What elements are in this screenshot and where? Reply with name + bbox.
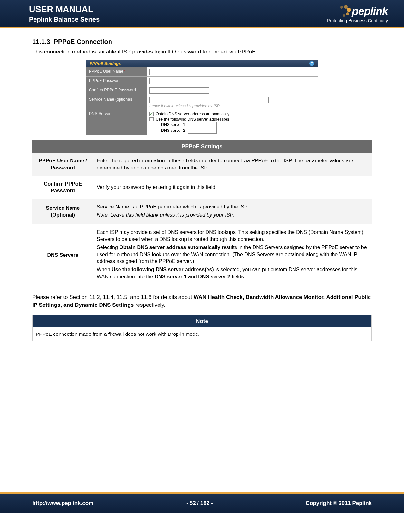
- service-name-hint: Leave it blank unless it's provided by I…: [149, 104, 315, 108]
- panel-title: PPPoE Settings: [90, 61, 121, 66]
- dns-manual-checkbox[interactable]: [149, 117, 154, 121]
- desc-label-dns: DNS Servers: [32, 224, 93, 286]
- doc-subtitle: Peplink Balance Series: [29, 16, 100, 23]
- note-box: Note PPPoE connection made from a firewa…: [32, 315, 372, 341]
- dns-auto-label: Obtain DNS server address automatically: [156, 112, 229, 116]
- table-row: PPPoE User Name / Password Enter the req…: [32, 153, 372, 176]
- footer-page-number: - 52 / 182 -: [186, 500, 213, 507]
- dns-auto-checkbox[interactable]: [149, 112, 154, 116]
- section-heading: 11.1.3 PPPoE Connection: [32, 38, 372, 45]
- service-name-input[interactable]: [149, 97, 269, 103]
- pppoe-username-input[interactable]: [149, 69, 209, 75]
- dns-server-1-input[interactable]: [188, 122, 217, 128]
- note-heading: Note: [33, 315, 372, 327]
- desc-label-service: Service Name (Optional): [32, 199, 93, 224]
- desc-text-service: Service Name is a PPPoE parameter which …: [93, 199, 372, 224]
- field-label-service-name: Service Name (optional): [86, 95, 147, 110]
- page-footer: http://www.peplink.com - 52 / 182 - Copy…: [0, 492, 404, 513]
- field-label-confirm-password: Confirm PPPoE Password: [86, 86, 147, 95]
- desc-text-dns: Each ISP may provide a set of DNS server…: [93, 224, 372, 286]
- pppoe-password-input[interactable]: [149, 78, 209, 84]
- desc-label-userpass: PPPoE User Name / Password: [32, 153, 93, 176]
- section-intro: This connection method is suitable if IS…: [32, 49, 372, 55]
- settings-description-table: PPPoE Settings PPPoE User Name / Passwor…: [32, 140, 372, 286]
- brand-name: peplink: [352, 5, 388, 17]
- dns-server-2-input[interactable]: [188, 128, 217, 134]
- reference-paragraph: Please refer to Section 11.2, 11.4, 11.5…: [32, 294, 372, 309]
- table-row: DNS Servers Each ISP may provide a set o…: [32, 224, 372, 286]
- brand-logo: peplink: [331, 5, 388, 17]
- desc-table-heading: PPPoE Settings: [32, 140, 372, 153]
- logo-dots-icon: [331, 5, 350, 17]
- desc-text-confirm: Verify your password by entering it agai…: [93, 176, 372, 199]
- desc-text-userpass: Enter the required information in these …: [93, 153, 372, 176]
- field-label-dns-servers: DNS Servers: [86, 110, 147, 135]
- field-label-password: PPPoE Password: [86, 77, 147, 86]
- dns-manual-label: Use the following DNS server address(es): [156, 117, 231, 121]
- footer-copyright: Copyright © 2011 Peplink: [306, 500, 372, 507]
- doc-title: USER MANUAL: [29, 5, 100, 15]
- help-icon[interactable]: ?: [309, 61, 314, 66]
- table-row: Confirm PPPoE Password Verify your passw…: [32, 176, 372, 199]
- pppoe-settings-panel: PPPoE Settings ? PPPoE User Name * PPPoE…: [86, 60, 318, 135]
- brand-tagline: Protecting Business Continuity: [327, 18, 388, 23]
- footer-url: http://www.peplink.com: [32, 500, 93, 507]
- note-text: PPPoE connection made from a firewall do…: [33, 327, 372, 341]
- pppoe-confirm-password-input[interactable]: [149, 87, 209, 94]
- table-row: Service Name (Optional) Service Name is …: [32, 199, 372, 224]
- field-label-username: PPPoE User Name *: [86, 67, 147, 76]
- page-header: USER MANUAL Peplink Balance Series pepli…: [0, 0, 404, 28]
- desc-label-confirm: Confirm PPPoE Password: [32, 176, 93, 199]
- dns-server-2-label: DNS server 2:: [161, 129, 187, 133]
- dns-server-1-label: DNS server 1:: [161, 123, 187, 127]
